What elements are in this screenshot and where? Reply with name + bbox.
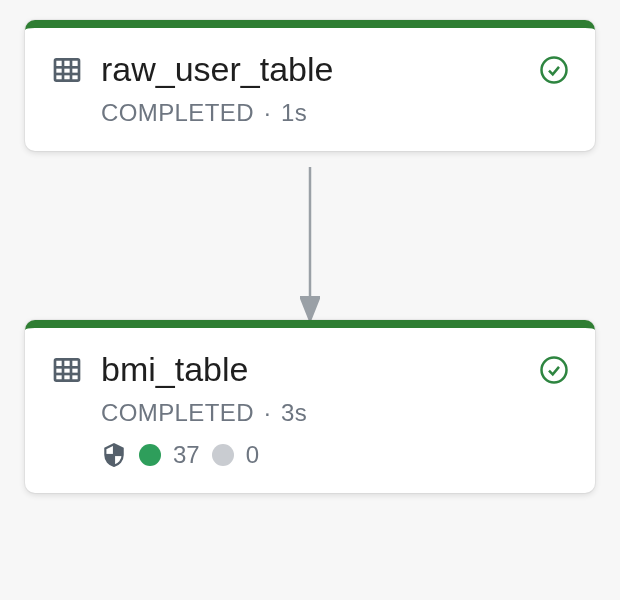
pass-count: 37 xyxy=(173,441,200,469)
status-label: COMPLETED xyxy=(101,399,254,427)
node-raw_user_table[interactable]: raw_user_table COMPLETED · 1s xyxy=(25,20,595,151)
status-label: COMPLETED xyxy=(101,99,254,127)
success-check-icon xyxy=(539,55,569,85)
success-check-icon xyxy=(539,355,569,385)
duration: 3s xyxy=(281,399,307,427)
svg-point-7 xyxy=(542,57,567,82)
status-separator: · xyxy=(264,99,271,127)
svg-rect-2 xyxy=(55,59,79,80)
fail-dot-icon xyxy=(212,444,234,466)
duration: 1s xyxy=(281,99,307,127)
shield-icon xyxy=(101,442,127,468)
fail-count: 0 xyxy=(246,441,259,469)
pass-dot-icon xyxy=(139,444,161,466)
dag-canvas: raw_user_table COMPLETED · 1s xyxy=(0,0,620,600)
table-icon xyxy=(51,354,83,386)
svg-point-13 xyxy=(542,357,567,382)
node-title: raw_user_table xyxy=(101,50,521,89)
node-title: bmi_table xyxy=(101,350,521,389)
svg-rect-8 xyxy=(55,359,79,380)
node-bmi_table[interactable]: bmi_table COMPLETED · 3s xyxy=(25,320,595,493)
status-separator: · xyxy=(264,399,271,427)
table-icon xyxy=(51,54,83,86)
